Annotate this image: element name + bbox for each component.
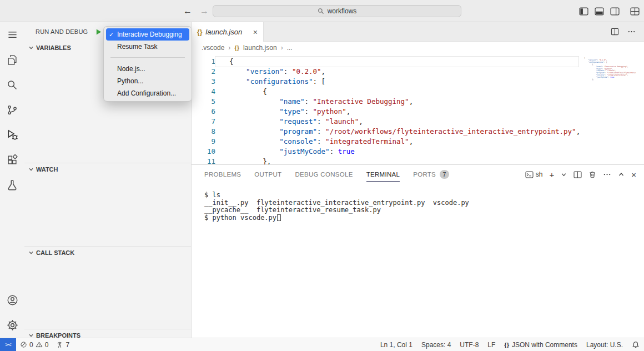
close-panel-icon[interactable]: × <box>631 171 636 179</box>
panel-tabs: PROBLEMSOUTPUTDEBUG CONSOLETERMINALPORTS… <box>204 165 449 184</box>
code-text: "type": "python", <box>215 107 578 117</box>
tab-launch-json[interactable]: {} launch.json × <box>192 22 264 42</box>
code-editor[interactable]: 1{2 "version": "0.2.0",3 "configurations… <box>192 54 644 164</box>
code-line-7[interactable]: 7 "request": "launch", <box>192 117 644 127</box>
section-label: WATCH <box>36 166 58 173</box>
more-actions-icon[interactable] <box>627 28 636 36</box>
code-line-1[interactable]: 1{ <box>192 57 644 67</box>
panel-tab-label: TERMINAL <box>366 171 400 178</box>
panel-left-icon[interactable] <box>579 7 588 16</box>
code-line-11[interactable]: 11 }, <box>192 157 644 164</box>
tab-label: launch.json <box>205 28 242 36</box>
split-terminal-icon[interactable] <box>573 171 582 178</box>
split-editor-icon[interactable] <box>611 28 619 36</box>
search-view-icon[interactable] <box>0 72 24 97</box>
menu-icon[interactable] <box>0 22 24 47</box>
code-text: "program": "/root/workflows/flyteinterac… <box>215 127 580 137</box>
json-braces-icon: {} <box>234 44 239 51</box>
forwarded-ports-status[interactable]: 7 <box>52 338 73 351</box>
panel-bottom-icon[interactable] <box>595 7 604 16</box>
panel-tab-output[interactable]: OUTPUT <box>254 165 281 184</box>
language-mode-status[interactable]: {} JSON with Comments <box>500 338 582 351</box>
search-text: workflows <box>328 7 357 15</box>
code-line-8[interactable]: 8 "program": "/root/workflows/flyteinter… <box>192 127 644 137</box>
command-center-search[interactable]: workflows <box>213 5 461 17</box>
json-braces-icon: {} <box>504 342 509 348</box>
customize-layout-icon[interactable] <box>630 7 640 16</box>
terminal-icon <box>525 171 534 178</box>
menu-item-resume-task[interactable]: Resume Task <box>106 41 189 53</box>
code-line-9[interactable]: 9 "console": "integratedTerminal", <box>192 137 644 147</box>
code-line-5[interactable]: 5 "name": "Interactive Debugging", <box>192 97 644 107</box>
kill-terminal-trash-icon[interactable] <box>588 171 596 178</box>
panel-tab-terminal[interactable]: TERMINAL <box>366 165 400 184</box>
panel-more-actions-icon[interactable] <box>603 171 611 178</box>
layout-controls <box>579 0 640 22</box>
terminal-profile-select[interactable]: sh <box>525 171 543 178</box>
code-line-6[interactable]: 6 "type": "python", <box>192 107 644 117</box>
close-tab-icon[interactable]: × <box>253 28 258 37</box>
testing-icon[interactable] <box>0 172 24 197</box>
cursor-position-status[interactable]: Ln 1, Col 1 <box>376 338 417 351</box>
settings-gear-icon[interactable] <box>0 313 24 338</box>
start-debugging-button[interactable] <box>93 27 103 37</box>
maximize-panel-icon[interactable] <box>618 171 625 178</box>
account-icon[interactable] <box>0 288 24 313</box>
status-bar-right: Ln 1, Col 1 Spaces: 4 UTF-8 LF {} JSON w… <box>376 338 644 351</box>
title-bar: ← → workflows <box>0 0 644 22</box>
panel-right-icon[interactable] <box>610 7 620 16</box>
panel-tab-label: PROBLEMS <box>204 171 241 178</box>
new-terminal-icon[interactable]: + <box>549 171 554 179</box>
keyboard-layout-status[interactable]: Layout: U.S. <box>582 338 627 351</box>
sidebar-section-breakpoints[interactable]: BREAKPOINTS <box>24 329 192 338</box>
code-line-10[interactable]: 10 "justMyCode": true <box>192 147 644 157</box>
json-braces-icon: {} <box>197 28 202 36</box>
indentation-status[interactable]: Spaces: 4 <box>417 338 455 351</box>
breadcrumb-item-launch-json[interactable]: launch.json <box>243 44 277 52</box>
code-line-3[interactable]: 3 "configurations": [ <box>192 77 644 87</box>
menu-item-interactive-debugging[interactable]: ✓Interactive Debugging <box>106 28 189 41</box>
bottom-panel: PROBLEMSOUTPUTDEBUG CONSOLETERMINALPORTS… <box>192 164 644 338</box>
panel-tab-debug-console[interactable]: DEBUG CONSOLE <box>295 165 353 184</box>
breadcrumb-item-vscode[interactable]: .vscode <box>202 44 224 52</box>
encoding-status[interactable]: UTF-8 <box>455 338 483 351</box>
forward-button[interactable]: → <box>200 6 209 16</box>
eol-status[interactable]: LF <box>483 338 500 351</box>
section-label: VARIABLES <box>36 44 71 51</box>
back-button[interactable]: ← <box>183 6 192 16</box>
panel-tab-ports[interactable]: PORTS7 <box>413 165 449 184</box>
errors-icon <box>20 341 27 348</box>
breadcrumb-item-symbol[interactable]: ... <box>287 44 293 52</box>
code-text: }, <box>215 157 578 164</box>
code-text: "name": "Interactive Debugging", <box>215 97 578 107</box>
run-and-debug-icon[interactable] <box>0 122 24 147</box>
breadcrumb-separator: › <box>281 44 283 52</box>
source-control-icon[interactable] <box>0 97 24 122</box>
panel-tab-problems[interactable]: PROBLEMS <box>204 165 241 184</box>
terminal-output[interactable]: $ ls__init__.py flyteinteractive_interac… <box>192 184 644 222</box>
explorer-icon[interactable] <box>0 47 24 72</box>
line-number: 1 <box>192 57 215 67</box>
menu-item-node-js[interactable]: Node.js... <box>106 63 189 75</box>
code-line-2[interactable]: 2 "version": "0.2.0", <box>192 67 644 77</box>
menu-item-add-configuration[interactable]: Add Configuration... <box>106 87 189 99</box>
launch-profile-chevron-icon[interactable] <box>561 172 567 178</box>
code-text: "configurations": [ <box>215 77 578 87</box>
chevron-down-icon <box>28 167 34 172</box>
terminal-line: $ python vscode.py <box>204 214 644 222</box>
menu-item-python[interactable]: Python... <box>106 75 189 87</box>
line-number: 9 <box>192 137 215 147</box>
radio-tower-icon <box>56 341 63 348</box>
sidebar-section-call-stack[interactable]: CALL STACK <box>24 246 192 258</box>
notifications-bell-icon[interactable] <box>627 338 644 351</box>
activity-bar-spacer <box>0 197 24 288</box>
code-line-4[interactable]: 4 { <box>192 87 644 97</box>
problems-status[interactable]: 0 0 <box>16 338 52 351</box>
remote-indicator[interactable]: >< <box>0 338 16 351</box>
extensions-icon[interactable] <box>0 147 24 172</box>
chevron-down-icon <box>28 250 34 255</box>
sidebar-section-watch[interactable]: WATCH <box>24 163 192 175</box>
code-text: "justMyCode": true <box>215 147 578 157</box>
minimap[interactable]: { "version": "0.2.0", "configurations": … <box>584 57 636 81</box>
warnings-count: 0 <box>45 341 49 349</box>
